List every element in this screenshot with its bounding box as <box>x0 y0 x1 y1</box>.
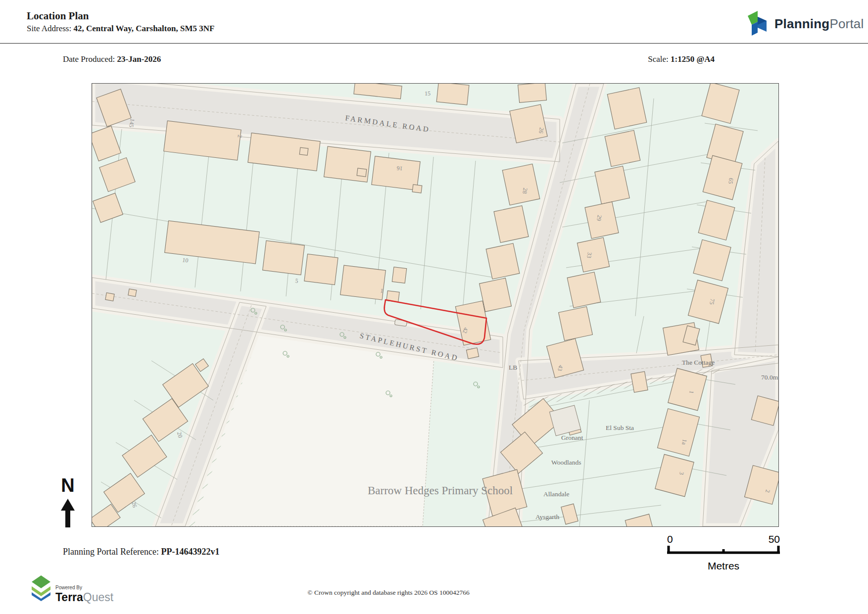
date-produced: Date Produced: 23-Jan-2026 <box>63 54 161 64</box>
map-label: 15 <box>425 90 431 97</box>
planning-portal-logo: PlanningPortal <box>745 10 864 38</box>
planning-portal-wordmark: PlanningPortal <box>774 16 864 32</box>
map-label: Allandale <box>543 490 569 498</box>
map-label: 33 <box>585 251 593 258</box>
scale-bar: 0 50 Metres <box>667 533 780 572</box>
map-label: 10 <box>182 256 189 264</box>
map-label: 65 <box>727 177 735 184</box>
map-label: Aysgarth <box>535 513 560 520</box>
map-label: 29 <box>595 214 603 221</box>
map-label: The Cottage <box>682 359 715 366</box>
map-label: 26 <box>537 127 545 134</box>
north-label: N <box>55 476 80 495</box>
copyright-note: © Crown copyright and database rights 20… <box>0 589 777 597</box>
map-label: El Sub Sta <box>606 424 634 431</box>
planning-portal-icon <box>745 10 770 38</box>
site-address-label: Site Address: <box>27 24 73 33</box>
map-label: Woodlands <box>551 459 581 466</box>
scalebar-end: 50 <box>769 533 780 545</box>
map-label: Gronant <box>561 434 583 441</box>
map-label: 16 <box>396 165 403 172</box>
map-label: Barrow Hedges Primary School <box>368 484 513 497</box>
terraquest-wordmark: TerraQuest <box>55 592 113 603</box>
map-canvas: FARMDALE ROADSTAPLEHURST ROADBarrow Hedg… <box>92 83 779 527</box>
scalebar-graphic <box>667 545 780 555</box>
location-plan-document: { "header": { "title": "Location Plan", … <box>0 0 868 614</box>
map-label: 70.0m <box>761 374 778 381</box>
scalebar-unit: Metres <box>667 560 780 572</box>
map-label: 75 <box>708 298 716 305</box>
page-title: Location Plan <box>27 10 89 22</box>
header-divider <box>0 43 868 44</box>
site-address-line: Site Address: 42, Central Way, Carshalto… <box>27 24 214 34</box>
north-arrow: N <box>55 476 80 530</box>
scalebar-start: 0 <box>667 533 673 545</box>
site-address-value: 42, Central Way, Carshalton, SM5 3NF <box>73 24 214 33</box>
map-label: 28 <box>521 187 529 194</box>
map-label: LB <box>509 364 517 371</box>
os-map: FARMDALE ROADSTAPLEHURST ROADBarrow Hedg… <box>92 84 778 526</box>
north-arrow-icon <box>59 498 76 528</box>
map-scale: Scale: 1:1250 @A4 <box>648 54 715 64</box>
terraquest-logo: Powered By TerraQuest <box>31 575 113 603</box>
terraquest-icon <box>31 575 51 603</box>
map-label: 2 <box>236 135 243 138</box>
planning-reference: Planning Portal Reference: PP-14643922v1 <box>63 547 219 557</box>
terraquest-powered-by: Powered By <box>55 585 113 590</box>
